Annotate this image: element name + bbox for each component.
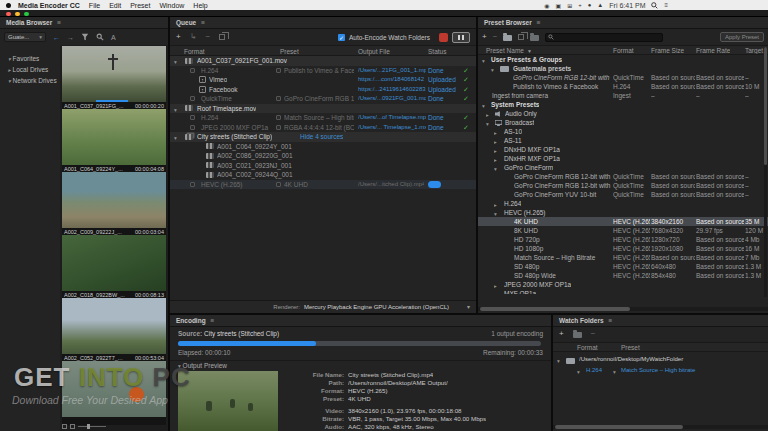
preset-group-row[interactable]: ▾User Presets & Groups — [478, 55, 768, 64]
preset-row[interactable]: GoPro CineForm YUV 10-bitQuickTimeBased … — [478, 190, 768, 199]
preset-category-row[interactable]: ▾HEVC (H.265) — [478, 208, 768, 217]
watch-preset-dropdown[interactable]: Match Source – High bitrate — [621, 365, 766, 375]
preset-row[interactable]: HD 1080pHEVC (H.265)1920x1080Based on so… — [478, 244, 768, 253]
delete-preset-button[interactable]: − — [493, 32, 498, 42]
output-format[interactable]: JPEG 2000 MXF OP1a — [201, 123, 273, 133]
import-preset-icon[interactable] — [530, 35, 539, 41]
col-frame-rate[interactable]: Frame Rate — [696, 47, 730, 54]
output-checkbox[interactable] — [190, 182, 195, 187]
menu-window[interactable]: Window — [159, 2, 184, 9]
queue-output-row[interactable]: H.264 Match Source – High bitr... /Users… — [170, 113, 476, 123]
airplay-icon[interactable]: ⊞ — [567, 2, 572, 9]
duplicate-button[interactable] — [219, 34, 225, 40]
queue-publish-row[interactable]: ↑ Vimeo https:/....com/184068142 Uploade… — [170, 75, 476, 85]
preset-row[interactable]: GoPro CineForm RGB 12-bit with alphaQuic… — [478, 172, 768, 181]
panel-menu-icon[interactable]: ≡ — [537, 17, 541, 29]
menu-help[interactable]: Help — [193, 2, 207, 9]
queue-output-row[interactable]: JPEG 2000 MXF OP1a RGBA 4:4:4:4 12-bit (… — [170, 123, 476, 133]
renderer-dropdown[interactable]: Mercury Playback Engine GPU Acceleration… — [304, 301, 449, 313]
eject-icon[interactable]: ▲ — [597, 2, 603, 8]
col-preset[interactable]: Preset — [621, 344, 640, 351]
output-checkbox[interactable] — [190, 68, 195, 73]
media-thumbnail[interactable]: A001_C064_09224Y_...00:00:04:08 — [62, 109, 166, 173]
col-format[interactable]: Format — [577, 344, 598, 351]
output-preset[interactable]: Match Source – High bitr... — [284, 113, 354, 123]
output-format[interactable]: H.264 — [201, 66, 273, 76]
back-arrow-icon[interactable]: ← — [53, 34, 60, 41]
thumbnail-size-slider[interactable] — [78, 426, 106, 427]
publish-url-link[interactable]: https:/...24119614602283 — [358, 85, 426, 95]
preset-row[interactable]: SD 480pHEVC (H.265)640x480Based on sourc… — [478, 262, 768, 271]
preset-browser-tab[interactable]: Preset Browser ≡ — [478, 17, 768, 29]
col-status[interactable]: Status — [428, 48, 446, 55]
queue-output-row[interactable]: QuickTime GoPro CineForm RGB 12... /User… — [170, 94, 476, 104]
menu-file[interactable]: File — [89, 2, 100, 9]
thumbnail-view-icon[interactable] — [70, 424, 75, 429]
chevron-down-icon[interactable]: ▾ — [467, 301, 470, 313]
media-browser-tab[interactable]: Media Browser ≡ — [0, 17, 168, 29]
output-checkbox[interactable] — [190, 115, 195, 120]
preset-row[interactable]: SD 480p WideHEVC (H.265)854x480Based on … — [478, 271, 768, 280]
chevron-down-icon[interactable]: ▾ — [613, 367, 616, 377]
publish-destination[interactable]: Facebook — [209, 85, 238, 95]
watch-folder-row[interactable]: ▾ /Users/ronnoil/Desktop/MyWatchFolder — [553, 354, 768, 364]
preset-checkbox[interactable] — [276, 182, 281, 187]
preset-category-row[interactable]: ▸DNxHD MXF OP1a — [478, 145, 768, 154]
menu-bar-clock[interactable]: Fri 6:41 PM — [609, 2, 645, 9]
clip-preview-image[interactable] — [62, 298, 166, 354]
preset-group-row[interactable]: ▾System Presets — [478, 100, 768, 109]
location-dropdown[interactable]: Guate...▾ — [4, 32, 46, 42]
preset-category-row[interactable]: ▸Audio Only — [478, 109, 768, 118]
output-checkbox[interactable] — [190, 96, 195, 101]
queue-encoding-row[interactable]: HEVC (H.265) 4K UHD /Users/...itched Cli… — [170, 180, 476, 190]
new-group-icon[interactable] — [503, 35, 512, 41]
stop-queue-button[interactable] — [439, 33, 448, 42]
output-format[interactable]: HEVC (H.265) — [201, 180, 273, 190]
queue-publish-row[interactable]: ↑ Facebook https:/...24119614602283 Uplo… — [170, 85, 476, 95]
preset-row-selected[interactable]: 4K UHDHEVC (H.265)3840x2160Based on sour… — [478, 217, 768, 226]
preset-category-row[interactable]: ▸H.264 — [478, 199, 768, 208]
tree-item-local-drives[interactable]: ▸ Local Drives — [8, 66, 48, 73]
plus-icon[interactable]: + — [578, 2, 582, 8]
tree-item-favorites[interactable]: ▾ Favorites — [8, 55, 39, 62]
output-file-link[interactable]: /Users/...of Timelapse.mp4 — [358, 113, 426, 123]
menu-edit[interactable]: Edit — [109, 2, 121, 9]
display-options-icon[interactable]: A — [111, 34, 116, 41]
output-format[interactable]: QuickTime — [201, 94, 273, 104]
preset-row[interactable]: Publish to Vimeo & FacebookH.264Based on… — [478, 82, 768, 91]
menu-preset[interactable]: Preset — [130, 2, 150, 9]
col-format[interactable]: Format — [613, 47, 634, 54]
col-target-rate[interactable]: Target Rate — [745, 47, 766, 54]
clip-preview-image[interactable] — [62, 235, 166, 291]
output-checkbox[interactable] — [190, 125, 195, 130]
output-preset[interactable]: Publish to Vimeo & Face... — [284, 66, 354, 76]
photos-icon[interactable]: ◉ — [544, 2, 549, 9]
forward-arrow-icon[interactable]: → — [67, 34, 74, 41]
search-icon[interactable] — [96, 33, 104, 41]
add-output-button[interactable]: ↳ — [190, 32, 197, 42]
queue-source-row[interactable]: A002_C086_09220G_001 — [170, 151, 476, 161]
tree-item-network-drives[interactable]: ▾ Network Drives — [8, 77, 57, 84]
spotlight-search-icon[interactable] — [651, 2, 658, 9]
chevron-right-icon[interactable]: ▸ — [494, 291, 497, 295]
preset-checkbox[interactable] — [276, 68, 281, 73]
queue-source-row[interactable]: A004_C002_09244Q_001 — [170, 170, 476, 180]
minimize-window-button[interactable] — [15, 12, 20, 17]
add-source-button[interactable]: + — [176, 32, 181, 42]
vertical-scrollbar[interactable] — [764, 47, 767, 297]
queue-group-row[interactable]: ▾ City streets (Stitched Clip) Hide 4 so… — [170, 132, 476, 142]
preset-row[interactable]: HD 720pHEVC (H.265)1280x720Based on sour… — [478, 235, 768, 244]
queue-group-row[interactable]: ▾ A001_C037_0921FG_001.mov — [170, 56, 476, 66]
queue-source-row[interactable]: A001_C064_09224Y_001 — [170, 142, 476, 152]
horizontal-scrollbar[interactable] — [478, 307, 768, 311]
preset-row[interactable]: GoPro CineForm RGB 12-bit with alpha (Al… — [478, 73, 768, 82]
preset-checkbox[interactable] — [276, 125, 281, 130]
remove-button[interactable]: − — [205, 32, 210, 42]
chevron-down-icon[interactable]: ▾ — [577, 367, 580, 377]
preset-search-input[interactable] — [545, 33, 663, 42]
queue-tab[interactable]: Queue ≡ — [170, 17, 476, 29]
duplicate-preset-button[interactable] — [518, 34, 524, 40]
create-preset-button[interactable]: + — [482, 32, 487, 42]
media-thumbnail[interactable]: A001_C037_0921FG_...00:00:00:20 — [62, 46, 166, 110]
zoom-window-button[interactable] — [24, 12, 29, 17]
